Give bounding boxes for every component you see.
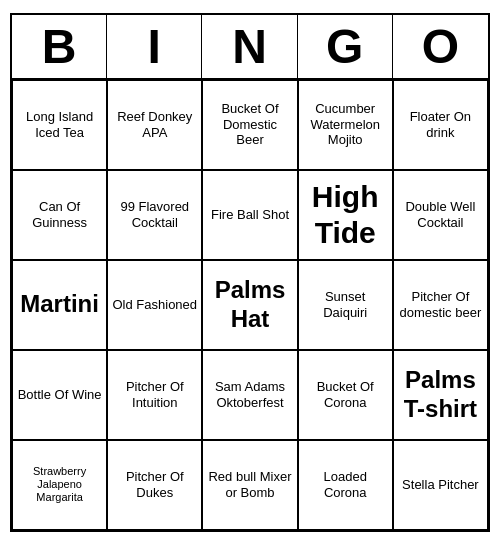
bingo-cell-text-5: Can Of Guinness (17, 199, 102, 230)
bingo-cell-20: Strawberry Jalapeno Margarita (12, 440, 107, 530)
bingo-cell-text-11: Old Fashioned (112, 297, 197, 313)
header-letter-b: B (12, 15, 107, 78)
bingo-cell-text-3: Cucumber Watermelon Mojito (303, 101, 388, 148)
bingo-cell-8: High Tide (298, 170, 393, 260)
bingo-cell-24: Stella Pitcher (393, 440, 488, 530)
bingo-cell-text-22: Red bull Mixer or Bomb (207, 469, 292, 500)
bingo-cell-4: Floater On drink (393, 80, 488, 170)
bingo-cell-text-8: High Tide (303, 179, 388, 251)
bingo-cell-text-14: Pitcher Of domestic beer (398, 289, 483, 320)
bingo-cell-text-16: Pitcher Of Intuition (112, 379, 197, 410)
bingo-header: BINGO (12, 15, 488, 80)
bingo-card: BINGO Long Island Iced TeaReef Donkey AP… (10, 13, 490, 532)
bingo-cell-13: Sunset Daiquiri (298, 260, 393, 350)
bingo-cell-11: Old Fashioned (107, 260, 202, 350)
bingo-cell-text-24: Stella Pitcher (398, 477, 483, 493)
bingo-cell-5: Can Of Guinness (12, 170, 107, 260)
bingo-cell-text-12: Palms Hat (207, 276, 292, 334)
bingo-cell-text-0: Long Island Iced Tea (17, 109, 102, 140)
bingo-cell-text-2: Bucket Of Domestic Beer (207, 101, 292, 148)
bingo-cell-22: Red bull Mixer or Bomb (202, 440, 297, 530)
bingo-cell-7: Fire Ball Shot (202, 170, 297, 260)
bingo-cell-1: Reef Donkey APA (107, 80, 202, 170)
bingo-cell-18: Bucket Of Corona (298, 350, 393, 440)
bingo-cell-15: Bottle Of Wine (12, 350, 107, 440)
bingo-cell-text-15: Bottle Of Wine (17, 387, 102, 403)
bingo-cell-text-21: Pitcher Of Dukes (112, 469, 197, 500)
bingo-cell-2: Bucket Of Domestic Beer (202, 80, 297, 170)
bingo-cell-21: Pitcher Of Dukes (107, 440, 202, 530)
header-letter-i: I (107, 15, 202, 78)
bingo-cell-text-9: Double Well Cocktail (398, 199, 483, 230)
bingo-cell-14: Pitcher Of domestic beer (393, 260, 488, 350)
bingo-cell-text-13: Sunset Daiquiri (303, 289, 388, 320)
bingo-cell-text-20: Strawberry Jalapeno Margarita (17, 465, 102, 505)
bingo-cell-9: Double Well Cocktail (393, 170, 488, 260)
bingo-cell-3: Cucumber Watermelon Mojito (298, 80, 393, 170)
bingo-grid: Long Island Iced TeaReef Donkey APABucke… (12, 80, 488, 530)
bingo-cell-text-23: Loaded Corona (303, 469, 388, 500)
bingo-cell-text-19: Palms T-shirt (398, 366, 483, 424)
header-letter-o: O (393, 15, 488, 78)
bingo-cell-text-7: Fire Ball Shot (207, 207, 292, 223)
bingo-cell-17: Sam Adams Oktoberfest (202, 350, 297, 440)
bingo-cell-6: 99 Flavored Cocktail (107, 170, 202, 260)
bingo-cell-12: Palms Hat (202, 260, 297, 350)
bingo-cell-0: Long Island Iced Tea (12, 80, 107, 170)
bingo-cell-16: Pitcher Of Intuition (107, 350, 202, 440)
bingo-cell-text-17: Sam Adams Oktoberfest (207, 379, 292, 410)
bingo-cell-10: Martini (12, 260, 107, 350)
bingo-cell-text-10: Martini (17, 290, 102, 319)
bingo-cell-19: Palms T-shirt (393, 350, 488, 440)
bingo-cell-23: Loaded Corona (298, 440, 393, 530)
bingo-cell-text-1: Reef Donkey APA (112, 109, 197, 140)
bingo-cell-text-6: 99 Flavored Cocktail (112, 199, 197, 230)
header-letter-n: N (202, 15, 297, 78)
bingo-cell-text-4: Floater On drink (398, 109, 483, 140)
bingo-cell-text-18: Bucket Of Corona (303, 379, 388, 410)
header-letter-g: G (298, 15, 393, 78)
